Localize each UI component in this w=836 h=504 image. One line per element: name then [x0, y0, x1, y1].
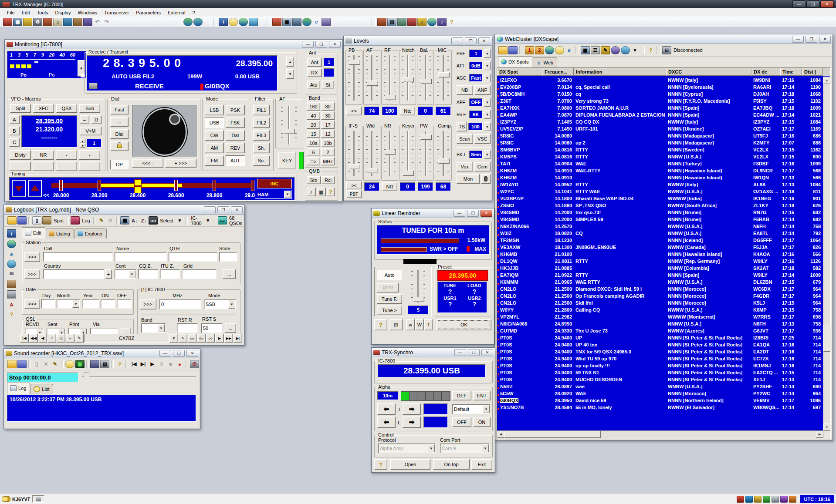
mode-am-button[interactable]: AM [205, 143, 224, 153]
slider-comp[interactable] [436, 130, 450, 178]
logbook-maximize-button[interactable]: ❐ [217, 206, 229, 213]
vfo-c-button[interactable]: C [9, 138, 20, 147]
delete-icon[interactable]: ✕ [106, 217, 115, 224]
auto-button[interactable]: Auto [377, 270, 402, 280]
levels-dropdown-button[interactable]: ▼ [484, 110, 491, 119]
dx-spot-row[interactable]: VE3AXW18.1300JN08GM..EN93UENWNW [Canada]… [497, 244, 823, 251]
dx-spot-row[interactable]: KH6ZM14.0910NNNN [Hawaiian Island]IW1QN1… [497, 174, 823, 181]
minimize-button[interactable]: — [792, 0, 806, 8]
linear-minimize-button[interactable]: — [454, 210, 465, 217]
protocol-select[interactable]: Alpha Amp▼ [378, 444, 436, 453]
dx-horizontal-scrollbar[interactable]: ◀ ▶ [497, 430, 823, 438]
spot-clipboard-icon[interactable] [42, 216, 51, 225]
ant-rx-button[interactable]: RX [307, 68, 322, 77]
nav-next-button[interactable]: ▶ [215, 334, 224, 343]
menu-file[interactable]: File [3, 9, 18, 16]
mode-dropdown-button[interactable]: ▼ [228, 300, 235, 309]
menu-external[interactable]: External [164, 9, 189, 16]
pause-button[interactable]: ‖ [157, 360, 166, 368]
spot-callsign[interactable]: ZS5IO [500, 203, 514, 208]
audio-icon[interactable]: ♪ [437, 18, 447, 26]
webcluster-minimize-button[interactable]: — [792, 36, 804, 43]
ham-dropdown-button[interactable]: ▼ [284, 191, 291, 198]
filter-fil3-button[interactable]: FIL3 [253, 130, 270, 141]
levels-dropdown-button[interactable]: ▼ [484, 122, 491, 131]
on-button[interactable]: ON [473, 417, 491, 427]
globe-refresh-icon[interactable] [545, 46, 554, 54]
on-top-button[interactable]: On top [433, 459, 470, 470]
nav-search-prev-button[interactable]: ôo [197, 334, 206, 343]
slider-nr[interactable] [382, 130, 397, 178]
dx-spot-row[interactable]: SM6BVP14.0816RTTYNNNN [Sweden]VE2LX17:15… [497, 146, 823, 153]
levels-titlebar[interactable]: Levels — ❐ ✕ [344, 36, 492, 46]
scroll-right-button[interactable]: ▶ [816, 431, 823, 438]
spot-callsign[interactable]: CN2LO [500, 300, 516, 306]
help-icon[interactable]: ? [646, 47, 655, 54]
linear-slider[interactable] [409, 269, 428, 304]
logbook-minimize-button[interactable]: — [204, 206, 216, 213]
levels-mon-button[interactable]: Mon [457, 174, 480, 184]
atu-button[interactable]: Atu [307, 81, 320, 89]
exit-icon[interactable]: ⏻ [190, 360, 199, 368]
band-6-button[interactable]: 6 [307, 148, 320, 156]
off-field[interactable] [117, 299, 132, 309]
spot-callsign[interactable]: EA4WP [500, 112, 517, 118]
spot-callsign[interactable]: KH6MB [500, 252, 517, 257]
band--button[interactable]: => [307, 157, 320, 165]
levels-scan-button[interactable]: Scan [457, 134, 473, 144]
slider-thumb-comp[interactable] [438, 158, 450, 164]
tray-icon-4[interactable] [763, 496, 770, 503]
dx-spot-row[interactable]: CU7MD24.9330Thx U Jose 73NWNW [Azores]G6… [497, 327, 823, 334]
keyboard-icon[interactable] [73, 18, 82, 26]
disconnect-monitor-icon[interactable]: ⊟ [662, 46, 671, 54]
menu-[interactable]: ? [189, 9, 198, 16]
levels-minimize-button[interactable]: — [451, 37, 463, 44]
spot-callsign[interactable]: IZ1FXO [500, 77, 517, 83]
qth-field[interactable] [169, 252, 217, 262]
ie-icon[interactable]: e [565, 47, 573, 54]
levels-dropdown-button[interactable]: ▼ [484, 98, 491, 107]
clock-icon[interactable] [229, 18, 238, 26]
level-button-nr[interactable]: NR [382, 182, 397, 191]
properties-icon[interactable]: ▤ [100, 360, 109, 368]
spot-callsign[interactable]: TF2MSN [500, 238, 519, 243]
nav-search-next-button[interactable]: oô [206, 334, 215, 343]
panel-icon[interactable] [397, 18, 406, 26]
dx-spot-row[interactable]: VP2MYL21.2982WWWW [Montserrat]W7RRS17:17… [497, 313, 823, 320]
tune-right-button[interactable]: ➡ [403, 403, 421, 415]
spot-callsign[interactable]: Z36T [500, 98, 511, 104]
cont-dropdown-button[interactable]: ▼ [129, 270, 135, 278]
spot-callsign[interactable]: KM5PS [500, 154, 517, 159]
dx-spot-row[interactable]: N6IC/NA06624.8950NNNW [U.S.A.]N6FH17:137… [497, 320, 823, 327]
mode-rev-button[interactable]: REV [226, 143, 245, 153]
slider-thumb-ifs[interactable] [349, 164, 360, 169]
spectrum-icon[interactable]: ▥ [75, 360, 85, 368]
map-icon[interactable] [249, 18, 258, 26]
slider-thumb-wid[interactable] [367, 168, 378, 173]
maximize-button[interactable]: ❐ [806, 0, 820, 8]
macro-button-blank1[interactable]: - [33, 161, 54, 171]
station-fill-button[interactable]: >>> [24, 252, 40, 262]
webcluster-titlebar[interactable]: WebCluster [DXScape] — ❐ ✕ [495, 34, 833, 44]
band-select[interactable]: ▼ [141, 323, 166, 333]
spot-callsign[interactable]: PT0S [500, 335, 512, 340]
month-select[interactable]: ▼ [57, 299, 80, 309]
mic-icon[interactable] [481, 174, 491, 184]
slider-rf[interactable] [382, 54, 397, 102]
band-40-button[interactable]: 40 [307, 111, 320, 120]
tab-log[interactable]: Log [7, 383, 30, 394]
save-icon[interactable] [17, 216, 27, 225]
dx-spot-row[interactable]: 5R8IC14.0080up 2NNNN [Madagascar]K2MFY17… [497, 139, 823, 146]
country-plus-button[interactable]: + [105, 269, 112, 279]
spot-callsign[interactable]: V84SMD [500, 217, 519, 222]
info-icon[interactable]: i [219, 18, 228, 26]
month-dropdown-button[interactable]: ▼ [72, 300, 79, 308]
dial-dial-button[interactable]: Dial [110, 129, 129, 139]
com-dropdown-button[interactable]: ▼ [482, 444, 489, 452]
levels-maximize-button[interactable]: ❐ [465, 37, 477, 44]
redo-icon[interactable]: ↷ [102, 18, 111, 26]
skip-back-button[interactable]: |◀ [130, 360, 138, 368]
spot-callsign[interactable]: V84SMD [500, 210, 519, 215]
dx-spot-row[interactable]: PT0S24.9400Wkd TU 59 up 970NNNN [St Pete… [497, 355, 823, 362]
country-field[interactable] [43, 269, 104, 279]
